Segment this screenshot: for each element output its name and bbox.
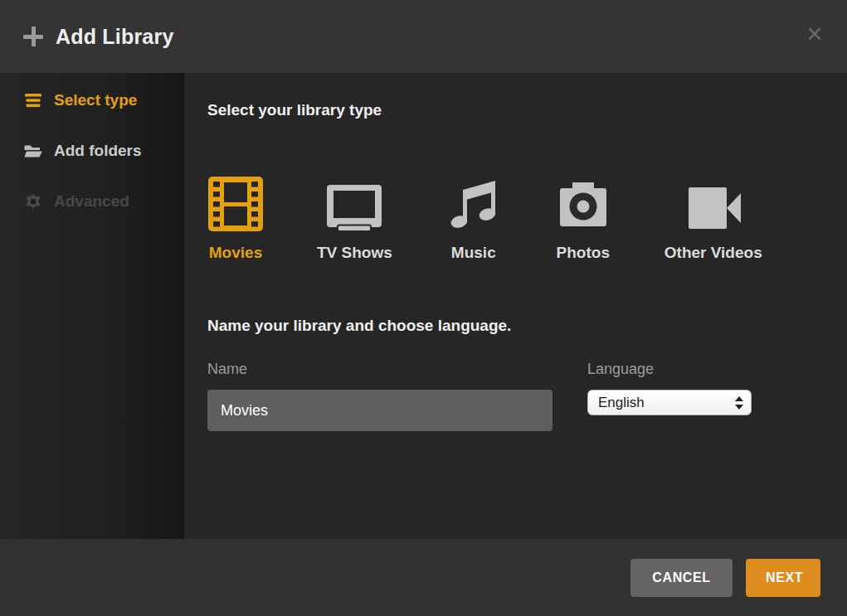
name-field-label: Name — [207, 358, 552, 380]
language-select-wrap: English — [587, 390, 752, 415]
library-type-row: Movies TV Shows — [207, 176, 847, 264]
name-language-row: Name Language English — [207, 358, 847, 431]
dialog-footer: CANCEL NEXT — [0, 539, 847, 616]
sidebar-item-label: Select type — [54, 91, 137, 109]
dialog-header: Add Library ✕ — [0, 0, 847, 73]
camera-icon — [555, 176, 611, 232]
gear-icon — [23, 192, 43, 211]
sidebar-item-advanced: Advanced — [0, 176, 184, 226]
library-type-label: TV Shows — [317, 242, 392, 264]
folder-icon — [23, 141, 43, 161]
library-type-label: Movies — [207, 242, 264, 264]
wizard-step-panel: Select your library type — [184, 73, 847, 539]
plus-icon — [23, 27, 43, 46]
library-type-label: Music — [445, 242, 502, 264]
library-type-other-videos[interactable]: Other Videos — [664, 176, 762, 264]
sidebar-item-add-folders[interactable]: Add folders — [0, 125, 184, 176]
library-type-movies[interactable]: Movies — [207, 176, 264, 264]
language-field-label: Language — [587, 358, 752, 380]
sidebar-item-select-type[interactable]: Select type — [0, 75, 184, 125]
library-type-label: Photos — [555, 242, 611, 264]
list-icon — [23, 90, 43, 110]
name-language-heading: Name your library and choose language. — [207, 315, 847, 337]
sidebar-item-label: Advanced — [54, 192, 129, 211]
film-strip-icon — [207, 176, 264, 232]
library-type-label: Other Videos — [664, 242, 762, 264]
video-camera-icon — [664, 176, 762, 232]
sidebar-item-label: Add folders — [54, 142, 142, 160]
wizard-steps-sidebar: Select type Add folders — [0, 73, 184, 539]
tv-monitor-icon — [317, 176, 392, 232]
library-name-input[interactable] — [207, 390, 552, 431]
add-library-dialog: Add Library ✕ Select type — [0, 0, 847, 616]
library-type-photos[interactable]: Photos — [555, 176, 611, 264]
next-button[interactable]: NEXT — [746, 559, 820, 597]
cancel-button[interactable]: CANCEL — [630, 559, 733, 597]
dialog-title: Add Library — [56, 25, 174, 49]
language-select[interactable]: English — [587, 390, 752, 415]
close-icon[interactable]: ✕ — [802, 22, 827, 46]
library-type-music[interactable]: Music — [445, 176, 502, 264]
select-type-heading: Select your library type — [207, 99, 847, 121]
library-type-tv-shows[interactable]: TV Shows — [317, 176, 392, 264]
music-note-icon — [445, 176, 502, 232]
